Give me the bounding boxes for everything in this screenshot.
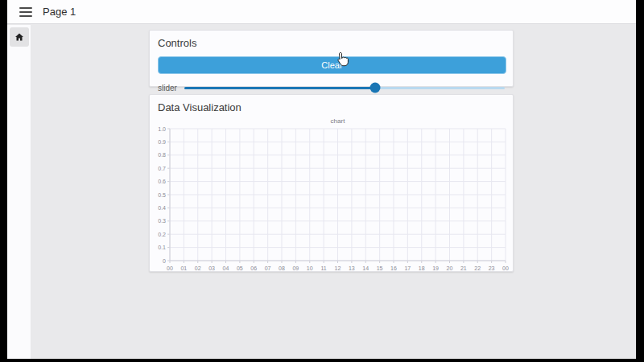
svg-text:00: 00 [502,265,509,271]
svg-text:0.4: 0.4 [158,205,166,211]
slider-row: slider [158,82,505,93]
svg-text:12: 12 [335,265,341,271]
svg-text:19: 19 [432,265,439,271]
svg-text:0.1: 0.1 [158,245,166,250]
svg-text:15: 15 [377,265,383,271]
svg-text:0.6: 0.6 [158,179,166,184]
slider-thumb[interactable] [369,83,380,93]
controls-card-title: Controls [158,37,505,49]
svg-text:21: 21 [460,265,467,271]
topbar: Page 1 [7,0,636,24]
slider-track[interactable] [184,87,505,89]
svg-text:08: 08 [279,265,285,271]
svg-text:11: 11 [320,265,326,271]
svg-text:1.0: 1.0 [158,126,166,132]
svg-text:01: 01 [180,265,187,271]
svg-text:17: 17 [404,265,411,271]
svg-text:14: 14 [362,265,369,271]
sidebar [7,25,31,359]
svg-text:09: 09 [292,265,299,271]
svg-text:0.2: 0.2 [158,232,166,237]
chart-plot: chart1.00.90.80.70.60.50.40.30.20.100001… [158,116,510,273]
svg-text:22: 22 [474,265,481,271]
svg-text:0: 0 [163,258,166,264]
svg-text:0.9: 0.9 [158,139,166,145]
svg-text:06: 06 [250,265,257,271]
svg-text:07: 07 [265,265,271,271]
slider-fill [184,87,375,89]
svg-text:23: 23 [489,265,495,271]
svg-text:20: 20 [447,265,453,271]
svg-text:02: 02 [195,265,201,271]
visualization-card: Data Visualization chart1.00.90.80.70.60… [149,94,514,272]
slider-label: slider [158,84,184,93]
page-title: Page 1 [43,6,76,18]
svg-text:chart: chart [331,117,346,125]
clear-button[interactable]: Clear [158,56,506,74]
visualization-card-title: Data Visualization [158,101,505,113]
home-icon [14,32,24,42]
svg-text:13: 13 [349,265,355,271]
svg-text:10: 10 [307,265,313,271]
svg-text:16: 16 [390,265,397,271]
svg-text:03: 03 [208,265,215,271]
svg-text:00: 00 [167,265,173,271]
svg-text:0.7: 0.7 [158,166,166,171]
svg-text:04: 04 [223,265,229,271]
svg-text:0.5: 0.5 [158,192,166,198]
controls-card: Controls Clear slider [149,30,514,87]
svg-text:05: 05 [237,265,243,271]
svg-text:0.8: 0.8 [158,152,166,158]
sidebar-item-home[interactable] [10,27,29,47]
hamburger-icon[interactable] [19,7,32,17]
svg-text:18: 18 [419,265,425,271]
svg-text:0.3: 0.3 [158,218,166,224]
app-window: Page 1 Controls Clear slider Data Visual… [7,0,636,359]
